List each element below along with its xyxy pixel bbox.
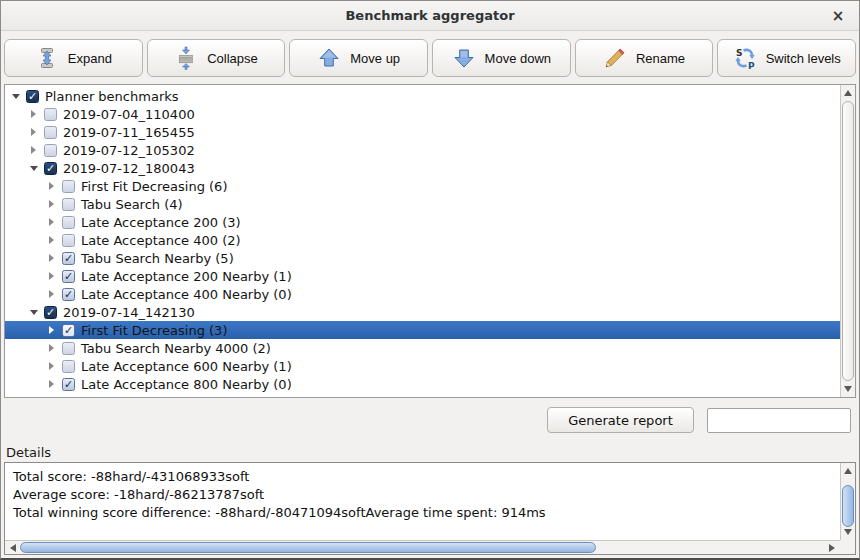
switch-levels-button-label: Switch levels bbox=[766, 51, 841, 66]
toolbar: Expand Collapse Move up bbox=[1, 31, 859, 84]
tree-scrollbar-thumb[interactable] bbox=[842, 101, 854, 381]
move-down-icon bbox=[452, 46, 476, 70]
expander-icon[interactable] bbox=[27, 162, 40, 174]
tree-row[interactable]: 2019-07-04_110400 bbox=[5, 105, 840, 123]
titlebar: Benchmark aggregator × bbox=[1, 1, 859, 31]
scroll-right-icon[interactable] bbox=[825, 541, 839, 554]
scroll-up-icon[interactable] bbox=[841, 86, 855, 100]
tree-checkbox[interactable] bbox=[62, 252, 75, 265]
expander-icon[interactable] bbox=[45, 288, 58, 300]
tree-row[interactable]: 2019-07-12_105302 bbox=[5, 141, 840, 159]
tree-checkbox[interactable] bbox=[26, 90, 39, 103]
details-vertical-scrollbar-thumb[interactable] bbox=[842, 485, 854, 527]
expander-icon[interactable] bbox=[27, 144, 40, 156]
tree-checkbox[interactable] bbox=[62, 378, 75, 391]
close-icon[interactable]: × bbox=[827, 5, 849, 27]
details-vertical-scrollbar[interactable] bbox=[840, 463, 855, 540]
switch-levels-button[interactable]: S P Switch levels bbox=[717, 39, 856, 77]
details-box: Total score: -88hard/-431068933softAvera… bbox=[4, 462, 856, 555]
scroll-down-icon[interactable] bbox=[841, 382, 855, 396]
details-horizontal-scrollbar-thumb[interactable] bbox=[20, 542, 596, 553]
tree-row[interactable]: Late Acceptance 800 Nearby (0) bbox=[5, 375, 840, 393]
generate-report-button[interactable]: Generate report bbox=[547, 407, 694, 433]
expand-icon bbox=[35, 46, 59, 70]
tree-item-label: Planner benchmarks bbox=[45, 89, 179, 104]
report-name-input[interactable] bbox=[707, 408, 851, 433]
tree-checkbox[interactable] bbox=[62, 324, 75, 337]
tree-item-label: Late Acceptance 200 (3) bbox=[81, 215, 241, 230]
tree-row[interactable]: 2019-07-12_180043 bbox=[5, 159, 840, 177]
tree-checkbox[interactable] bbox=[62, 342, 75, 355]
expander-icon[interactable] bbox=[45, 360, 58, 372]
expander-icon[interactable] bbox=[27, 108, 40, 120]
details-line: Total score: -88hard/-431068933soft bbox=[13, 468, 832, 486]
expander-icon[interactable] bbox=[45, 234, 58, 246]
scroll-left-icon[interactable] bbox=[6, 541, 20, 554]
svg-text:S: S bbox=[736, 48, 742, 58]
tree-item-label: Late Acceptance 200 Nearby (1) bbox=[81, 269, 292, 284]
expand-button[interactable]: Expand bbox=[4, 39, 143, 77]
tree-row[interactable]: Tabu Search Nearby (5) bbox=[5, 249, 840, 267]
action-row: Generate report bbox=[1, 398, 859, 442]
collapse-icon bbox=[174, 46, 198, 70]
tree-checkbox[interactable] bbox=[62, 234, 75, 247]
tree-item-label: 2019-07-14_142130 bbox=[63, 305, 195, 320]
tree-checkbox[interactable] bbox=[44, 144, 57, 157]
tree-row[interactable]: 2019-07-14_142130 bbox=[5, 303, 840, 321]
details-text: Total score: -88hard/-431068933softAvera… bbox=[5, 463, 840, 540]
tree-row[interactable]: Late Acceptance 200 (3) bbox=[5, 213, 840, 231]
collapse-button[interactable]: Collapse bbox=[147, 39, 286, 77]
expander-icon[interactable] bbox=[45, 342, 58, 354]
expander-icon[interactable] bbox=[45, 378, 58, 390]
expander-icon[interactable] bbox=[45, 252, 58, 264]
move-down-button-label: Move down bbox=[485, 51, 551, 66]
tree-row[interactable]: Late Acceptance 400 Nearby (0) bbox=[5, 285, 840, 303]
tree-row[interactable]: Late Acceptance 400 (2) bbox=[5, 231, 840, 249]
expander-icon[interactable] bbox=[27, 126, 40, 138]
tree-row[interactable]: Late Acceptance 600 Nearby (1) bbox=[5, 357, 840, 375]
expander-icon[interactable] bbox=[9, 90, 22, 102]
move-up-button[interactable]: Move up bbox=[289, 39, 428, 77]
expander-icon[interactable] bbox=[27, 306, 40, 318]
tree-checkbox[interactable] bbox=[62, 216, 75, 229]
tree-checkbox[interactable] bbox=[62, 180, 75, 193]
expander-icon[interactable] bbox=[45, 216, 58, 228]
tree-checkbox[interactable] bbox=[62, 288, 75, 301]
tree-checkbox[interactable] bbox=[62, 360, 75, 373]
tree-checkbox[interactable] bbox=[44, 162, 57, 175]
tree-item-label: Late Acceptance 400 Nearby (0) bbox=[81, 287, 292, 302]
scroll-up-icon[interactable] bbox=[841, 464, 855, 478]
tree-row[interactable]: First Fit Decreasing (6) bbox=[5, 177, 840, 195]
collapse-button-label: Collapse bbox=[207, 51, 258, 66]
expander-icon[interactable] bbox=[45, 180, 58, 192]
expander-icon[interactable] bbox=[45, 324, 58, 336]
tree-item-label: Tabu Search Nearby (5) bbox=[81, 251, 234, 266]
tree-row[interactable]: 2019-07-11_165455 bbox=[5, 123, 840, 141]
tree-checkbox[interactable] bbox=[44, 306, 57, 319]
tree-row[interactable]: Tabu Search (4) bbox=[5, 195, 840, 213]
tree-row[interactable]: Tabu Search Nearby 4000 (2) bbox=[5, 339, 840, 357]
tree-row[interactable]: First Fit Decreasing (3) bbox=[5, 321, 840, 339]
tree-checkbox[interactable] bbox=[44, 126, 57, 139]
tree-row[interactable]: Planner benchmarks bbox=[5, 87, 840, 105]
rename-button[interactable]: Rename bbox=[575, 39, 714, 77]
tree-item-label: First Fit Decreasing (6) bbox=[81, 179, 227, 194]
move-down-button[interactable]: Move down bbox=[432, 39, 571, 77]
tree-checkbox[interactable] bbox=[62, 198, 75, 211]
expander-icon[interactable] bbox=[45, 270, 58, 282]
rename-button-label: Rename bbox=[636, 51, 685, 66]
tree-checkbox[interactable] bbox=[62, 270, 75, 283]
move-up-button-label: Move up bbox=[350, 51, 400, 66]
tree-item-label: Tabu Search (4) bbox=[81, 197, 183, 212]
tree-row[interactable]: Late Acceptance 200 Nearby (1) bbox=[5, 267, 840, 285]
expander-icon[interactable] bbox=[45, 198, 58, 210]
tree-item-label: Tabu Search Nearby 4000 (2) bbox=[81, 341, 271, 356]
tree-checkbox[interactable] bbox=[44, 108, 57, 121]
details-horizontal-scrollbar[interactable] bbox=[5, 540, 840, 554]
details-line: Total winning score difference: -88hard/… bbox=[13, 504, 832, 522]
tree-item-label: 2019-07-12_180043 bbox=[63, 161, 195, 176]
scroll-down-icon[interactable] bbox=[841, 525, 855, 539]
details-line: Average score: -18hard/-86213787soft bbox=[13, 486, 832, 504]
tree-vertical-scrollbar[interactable] bbox=[840, 85, 855, 397]
move-up-icon bbox=[317, 46, 341, 70]
